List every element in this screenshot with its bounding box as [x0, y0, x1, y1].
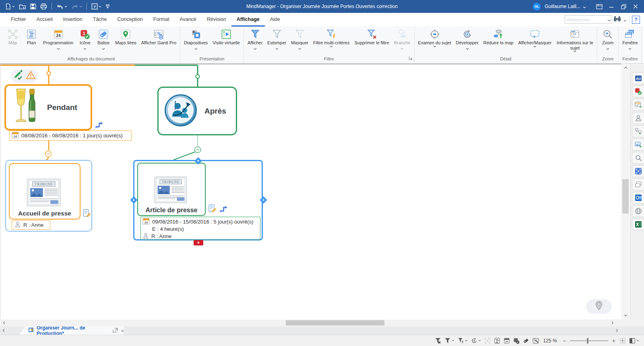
- sidebar-search-button[interactable]: [632, 152, 644, 164]
- status-icons-view-button[interactable]: [513, 338, 520, 344]
- status-outline-view-button[interactable]: [494, 338, 500, 344]
- close-tab-icon[interactable]: ×: [121, 327, 124, 334]
- pendant-relationship-icon[interactable]: [95, 120, 103, 128]
- tab-format[interactable]: Format: [148, 13, 175, 27]
- ribbon-button-visite-virtuelle[interactable]: Visite virtuelle: [210, 27, 242, 46]
- horizontal-scroll-thumb[interactable]: [286, 320, 384, 325]
- sidebar-map-parts-button[interactable]: [632, 125, 644, 137]
- find-dropdown-icon[interactable]: [623, 16, 627, 23]
- tab-revision[interactable]: Révision: [202, 13, 231, 27]
- user-name[interactable]: Guillaume Laill...: [545, 4, 580, 9]
- ribbon-button-zoom[interactable]: Zoom: [599, 27, 617, 50]
- user-avatar[interactable]: GL: [533, 3, 541, 10]
- ribbon-button-supprimer-le-filtre[interactable]: Supprimer le filtre: [352, 27, 391, 46]
- zoom-slider-thumb[interactable]: [587, 338, 588, 344]
- article-notes-icon[interactable]: [208, 204, 217, 214]
- map-canvas[interactable]: Pendant 24 08/08/2016 - 08/08/2016 : 1 j…: [0, 64, 621, 319]
- status-clear-filter-button[interactable]: [435, 338, 441, 344]
- sidebar-resources-button[interactable]: [632, 112, 644, 124]
- ribbon-button-afficher[interactable]: Afficher: [245, 27, 265, 50]
- ribbon-button-estomper[interactable]: Estomper: [265, 27, 289, 50]
- status-review-button[interactable]: [471, 338, 481, 344]
- float-tab-icon[interactable]: [113, 327, 118, 334]
- status-window-panes-button[interactable]: [629, 338, 639, 344]
- tab-fichier[interactable]: Fichier: [6, 13, 31, 27]
- sidebar-excel-button[interactable]: [632, 218, 644, 230]
- ribbon-button-masquer[interactable]: Masquer: [289, 27, 311, 50]
- ribbon-button-plan[interactable]: Plan: [22, 27, 41, 46]
- ribbon-button-programmation[interactable]: 24Programmation: [41, 27, 76, 50]
- ribbon-button-filtre-multi-criteres[interactable]: Filtre multi-critères: [311, 27, 352, 48]
- save-button[interactable]: [28, 2, 38, 11]
- ribbon-button-icone[interactable]: 1Icône: [76, 27, 94, 50]
- print-button[interactable]: [39, 2, 49, 11]
- tab-avance[interactable]: Avancé: [174, 13, 201, 27]
- sidebar-focus-button[interactable]: [632, 165, 644, 177]
- sidebar-outlook-button[interactable]: [632, 192, 644, 204]
- ribbon-button-afficher-masquer[interactable]: Afficher/Masquer: [516, 27, 554, 48]
- status-tags-view-button[interactable]: [523, 338, 529, 344]
- sidebar-task-info-button[interactable]: [632, 99, 644, 111]
- ribbon-button-diapositives[interactable]: Diapositives: [182, 27, 210, 50]
- ribbon-button-developper[interactable]: Développer: [454, 27, 481, 50]
- tab-aide[interactable]: Aide: [265, 13, 285, 27]
- help-button[interactable]: ?: [632, 16, 640, 24]
- status-fit-map-button[interactable]: [619, 338, 626, 344]
- restore-button[interactable]: [617, 1, 630, 12]
- scroll-up-arrow[interactable]: [621, 64, 630, 71]
- ribbon-display-options-button[interactable]: [593, 1, 605, 12]
- sidebar-web-button[interactable]: [632, 205, 644, 217]
- scroll-right-arrow[interactable]: [609, 319, 616, 326]
- user-menu-chevron-icon[interactable]: [583, 3, 586, 10]
- ribbon-button-reduire-la-map[interactable]: Réduire la map: [481, 27, 516, 46]
- document-tab[interactable]: Organiser Journ... de Production* ×: [19, 326, 124, 335]
- article-relationship-icon[interactable]: [219, 205, 228, 214]
- vertical-scroll-thumb[interactable]: [622, 179, 629, 213]
- help-button[interactable]: ?: [90, 2, 103, 11]
- ribbon-button-maps-liees[interactable]: Maps liées: [113, 27, 139, 46]
- horizontal-scrollbar[interactable]: [0, 319, 644, 326]
- zoom-out-button[interactable]: −: [561, 338, 567, 344]
- zoom-in-button[interactable]: +: [611, 338, 617, 344]
- scroll-left-arrow[interactable]: [1, 319, 7, 326]
- search-dropdown-icon[interactable]: [607, 16, 611, 23]
- scroll-down-arrow[interactable]: [621, 312, 630, 319]
- vertical-scrollbar[interactable]: [621, 64, 630, 319]
- sidebar-snippets-button[interactable]: [632, 178, 644, 191]
- priority-marker-badge[interactable]: +: [194, 240, 203, 245]
- search-input[interactable]: [565, 15, 612, 24]
- dialog-launcher-icon[interactable]: [409, 55, 413, 62]
- status-schedule-view-button[interactable]: 24: [504, 338, 510, 344]
- topic-pendant[interactable]: Pendant: [4, 84, 92, 131]
- topic-apres[interactable]: Après: [157, 87, 237, 135]
- tab-tache[interactable]: Tâche: [88, 13, 112, 27]
- undo-button[interactable]: [55, 2, 69, 11]
- sidebar-library-button[interactable]: [632, 72, 644, 84]
- tab-insertion[interactable]: Insertion: [58, 13, 88, 27]
- status-power-filter-button[interactable]: [458, 338, 468, 344]
- status-filter-button[interactable]: [444, 338, 454, 344]
- redo-button[interactable]: [70, 2, 84, 11]
- zoom-slider[interactable]: [570, 340, 608, 341]
- tab-accueil[interactable]: Accueil: [31, 13, 58, 27]
- sidebar-images-button[interactable]: [632, 139, 644, 151]
- close-button[interactable]: [630, 1, 642, 12]
- sidebar-icon-markers-button[interactable]: [632, 85, 644, 97]
- open-button[interactable]: [17, 2, 27, 11]
- ribbon-button-informations-sur-le-sujet[interactable]: Informations sur le sujet: [554, 27, 596, 52]
- topic-accueil-de-presse[interactable]: TRIBUNE Accueil de presse R : Anne: [5, 160, 92, 232]
- tabs-scroll-right-arrow[interactable]: [613, 326, 621, 335]
- accueil-notes-icon[interactable]: [83, 209, 91, 218]
- topic-article-de-presse[interactable]: TRIBUNE Article de presse 24: [133, 160, 263, 240]
- ribbon-button-balise[interactable]: Balise: [94, 27, 113, 50]
- new-document-button[interactable]: [3, 2, 17, 11]
- ribbon-button-fenetre[interactable]: Fenêtre: [620, 27, 640, 50]
- locate-map-button[interactable]: [586, 299, 612, 314]
- ribbon-button-examen-du-sujet[interactable]: Examen du sujet: [416, 27, 454, 48]
- tab-affichage[interactable]: Affichage: [231, 13, 265, 27]
- ribbon-button-afficher-gantt-pro[interactable]: Afficher Gantt Pro: [139, 27, 179, 46]
- status-gantt-view-button[interactable]: [533, 338, 539, 344]
- minimize-button[interactable]: [605, 1, 617, 12]
- tabs-scroll-left-arrow[interactable]: [0, 326, 7, 335]
- tab-conception[interactable]: Conception: [112, 13, 148, 27]
